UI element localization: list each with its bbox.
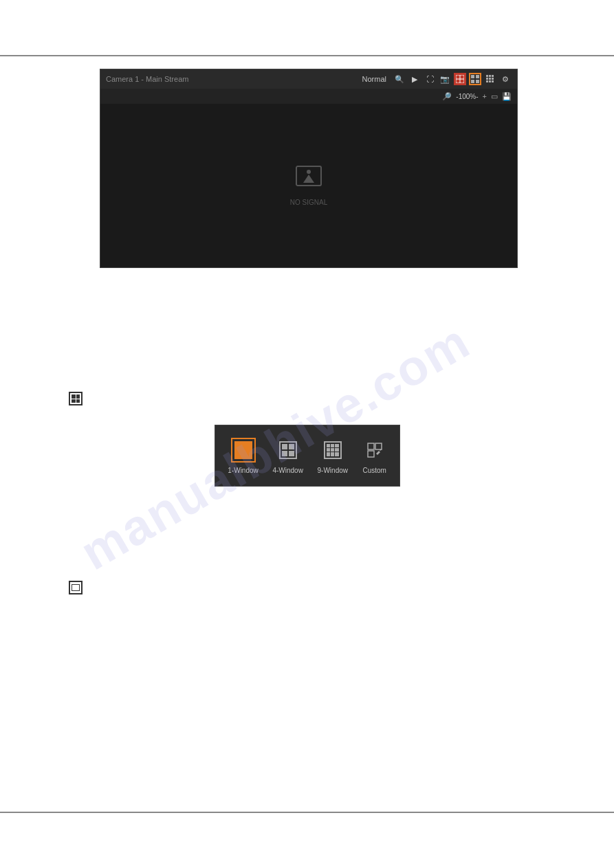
layout-menu-icon[interactable]	[484, 73, 496, 85]
zoom-in-icon2[interactable]: +	[483, 92, 487, 100]
9window-label: 9-Window	[318, 467, 348, 474]
svg-rect-9	[492, 75, 494, 77]
settings-icon[interactable]: ⚙	[499, 73, 512, 85]
svg-rect-12	[492, 78, 494, 80]
svg-rect-6	[476, 80, 479, 83]
svg-rect-5	[471, 80, 474, 83]
player-title: Camera 1 - Main Stream	[106, 75, 188, 83]
svg-rect-14	[489, 80, 491, 82]
9window-icon	[320, 438, 345, 463]
1window-icon	[231, 438, 256, 463]
4window-icon	[276, 438, 300, 463]
player-controls: Normal 🔍 ▶ ⛶ 📷 ⚙	[362, 73, 512, 85]
svg-rect-11	[489, 78, 491, 80]
1window-label: 1-Window	[228, 467, 258, 474]
no-signal-text: NO SIGNAL	[290, 199, 327, 206]
top-divider	[0, 55, 614, 56]
player-mode: Normal	[362, 75, 386, 83]
custom-label: Custom	[362, 467, 386, 474]
svg-marker-17	[303, 175, 314, 183]
bottom-divider	[0, 812, 614, 813]
zoom-out-icon2[interactable]: 🔎	[442, 92, 452, 101]
custom-icon	[362, 438, 387, 463]
layout-highlight-icon[interactable]	[454, 73, 466, 85]
svg-rect-4	[476, 75, 479, 78]
left-rect-icon	[69, 581, 83, 594]
aspect-ratio-icon[interactable]: ▭	[491, 92, 498, 101]
no-signal-icon	[295, 165, 322, 194]
menu-item-custom[interactable]: Custom	[362, 438, 387, 474]
menu-item-4window[interactable]: 4-Window	[272, 438, 303, 474]
zoom-in-icon[interactable]: 🔍	[393, 73, 406, 85]
left-grid-icon	[69, 392, 83, 405]
layout-popup-menu: 1-Window 4-Window	[215, 425, 400, 487]
player-main-area: NO SIGNAL	[100, 104, 517, 267]
4window-label: 4-Window	[272, 467, 303, 474]
svg-rect-3	[471, 75, 474, 78]
svg-rect-13	[486, 80, 488, 82]
svg-rect-7	[486, 75, 488, 77]
zoom-level: -100%-	[456, 93, 478, 100]
player-toolbar2: 🔎 -100%- + ▭ 💾	[100, 89, 517, 104]
camera-icon[interactable]: 📷	[439, 73, 451, 85]
svg-rect-19	[368, 443, 374, 449]
svg-point-18	[307, 170, 311, 174]
save-icon[interactable]: 💾	[502, 92, 512, 101]
play-icon[interactable]: ▶	[408, 73, 421, 85]
menu-item-1window[interactable]: 1-Window	[228, 438, 258, 474]
video-player: Camera 1 - Main Stream Normal 🔍 ▶ ⛶ 📷 ⚙ …	[100, 69, 518, 268]
svg-rect-20	[375, 443, 382, 449]
svg-rect-8	[489, 75, 491, 77]
svg-rect-10	[486, 78, 488, 80]
player-titlebar: Camera 1 - Main Stream Normal 🔍 ▶ ⛶ 📷 ⚙	[100, 69, 517, 89]
menu-item-9window[interactable]: 9-Window	[318, 438, 348, 474]
svg-rect-15	[492, 80, 494, 82]
svg-rect-21	[368, 451, 374, 457]
fullscreen-icon[interactable]: ⛶	[424, 73, 436, 85]
layout-4-icon[interactable]	[469, 73, 481, 85]
